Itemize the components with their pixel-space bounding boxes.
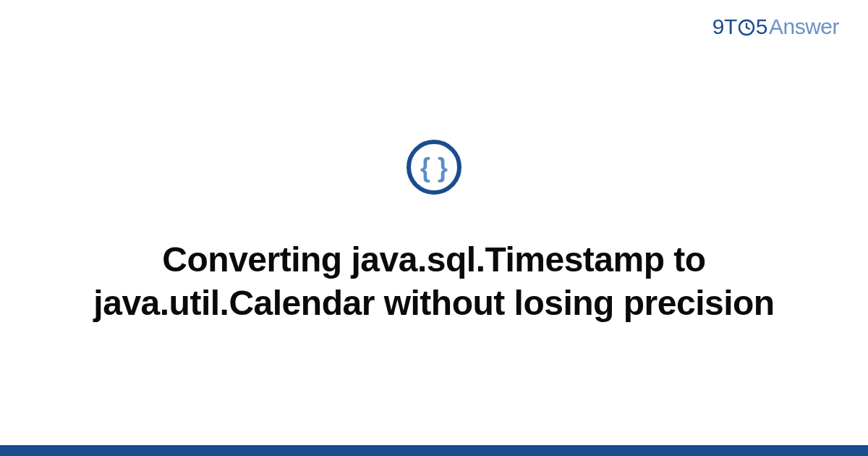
main-content: { } Converting java.sql.Timestamp to jav… — [0, 0, 868, 456]
code-braces-icon: { } — [406, 139, 462, 198]
svg-text:{ }: { } — [420, 153, 448, 182]
page-title: Converting java.sql.Timestamp to java.ut… — [58, 238, 810, 325]
footer-accent-bar — [0, 445, 868, 456]
